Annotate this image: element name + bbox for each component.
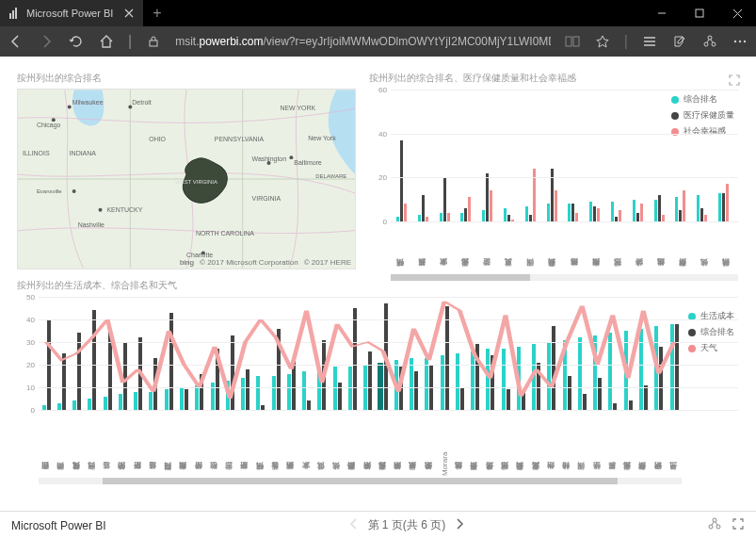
window-titlebar: Microsoft Power BI + [0, 0, 756, 26]
next-page-button[interactable] [455, 518, 464, 532]
x-axis-label: 爱达荷 [477, 221, 499, 272]
svg-text:OHIO: OHIO [149, 136, 166, 142]
prev-page-button[interactable] [349, 518, 359, 532]
x-axis-label: 内布拉斯加州 [176, 410, 191, 476]
map-visual[interactable]: 按州列出的综合排名 [17, 72, 356, 270]
bottom-bar-chart[interactable]: 按州列出的生活成本、综合排名和天气 生活成本综合排名天气 01020304050… [17, 279, 739, 485]
x-axis-label: 弗吉尼亚州 [620, 410, 635, 476]
svg-text:New York: New York [308, 135, 336, 141]
focus-mode-icon[interactable] [728, 74, 741, 273]
x-axis-label: 怀俄明州 [391, 221, 412, 272]
browser-toolbar: | msit.powerbi.com/view?r=eyJrIjoiMWMwOD… [0, 26, 756, 57]
close-window-button[interactable] [718, 0, 756, 26]
svg-text:KENTUCKY: KENTUCKY [106, 206, 142, 213]
close-tab-icon[interactable] [124, 8, 134, 18]
fullscreen-icon[interactable] [732, 517, 745, 533]
svg-point-12 [744, 41, 746, 42]
tab-title: Microsoft Power BI [26, 8, 113, 19]
svg-text:INDIANA: INDIANA [70, 150, 97, 156]
x-axis-label: 科罗拉多 [605, 410, 620, 476]
svg-point-11 [739, 41, 741, 42]
x-axis-label: 马里兰州 [667, 410, 682, 476]
x-axis-label: 田纳西州 [54, 410, 69, 476]
map-area[interactable]: Milwaukee Chicago Detroit NEW YORK ILLIN… [17, 89, 356, 270]
x-axis-label: 俄克拉荷马州 [70, 410, 85, 476]
svg-text:NEW YORK: NEW YORK [280, 105, 315, 111]
share-report-icon[interactable] [707, 516, 722, 534]
top-bar-chart[interactable]: 按州列出的综合排名、医疗保健质量和社会幸福感 综合排名医疗保健质量社会幸福感 0… [369, 72, 739, 270]
x-axis-label: 犹他州 [330, 410, 345, 476]
x-axis-label: 佛蒙特 [630, 221, 651, 272]
new-tab-button[interactable]: + [143, 5, 170, 22]
home-button[interactable] [98, 33, 115, 50]
svg-point-43 [716, 525, 720, 529]
svg-point-20 [72, 189, 76, 193]
x-axis-label: 北卡罗来纳州 [422, 410, 437, 476]
x-axis-label: 科罗拉多州 [412, 221, 434, 272]
x-axis-label: 亚利桑那州 [542, 221, 564, 272]
x-axis-label: Morara [437, 410, 452, 476]
lock-icon [145, 33, 162, 50]
svg-point-19 [99, 208, 103, 212]
top-chart-title: 按州列出的综合排名、医疗保健质量和社会幸福感 [369, 72, 739, 85]
x-axis-label: 路易斯安那州 [345, 410, 360, 476]
svg-text:NORTH CAROLINA: NORTH CAROLINA [196, 230, 254, 237]
svg-rect-6 [573, 37, 579, 46]
map-title: 按州列出的综合排名 [17, 72, 356, 85]
x-axis-label: 夏威夷 [499, 221, 521, 272]
favorite-button[interactable] [594, 33, 611, 50]
x-axis-label: 华盛顿 [590, 410, 605, 476]
svg-text:ILLINOIS: ILLINOIS [23, 150, 50, 156]
svg-point-17 [289, 155, 293, 159]
report-footer: Microsoft Power BI 第 1 页(共 6 页) [0, 511, 756, 539]
x-axis-label: 缅因州 [521, 221, 542, 272]
back-button[interactable] [8, 33, 24, 50]
more-button[interactable] [732, 33, 748, 50]
browser-tab[interactable]: Microsoft Power BI [0, 0, 143, 26]
svg-point-14 [68, 105, 72, 108]
svg-point-42 [709, 525, 713, 529]
svg-text:Nashville: Nashville [78, 221, 105, 228]
footer-brand: Microsoft Power BI [11, 519, 106, 532]
svg-text:Chicago: Chicago [37, 122, 61, 129]
bottom-chart-scrollbar[interactable] [39, 478, 682, 484]
x-axis-label: 北达科他州 [651, 221, 673, 272]
svg-text:PENNSYLVANIA: PENNSYLVANIA [215, 136, 265, 142]
svg-text:Washington: Washington [252, 155, 287, 163]
x-axis-label: 肯塔基州 [146, 410, 161, 476]
svg-rect-2 [15, 8, 17, 19]
svg-rect-0 [9, 13, 11, 19]
maximize-button[interactable] [681, 0, 718, 26]
svg-text:Baltimore: Baltimore [294, 159, 322, 166]
x-axis-label: 堪萨斯州 [131, 410, 146, 476]
notes-icon[interactable] [671, 33, 688, 50]
x-axis-label: 西弗吉尼亚州 [376, 410, 391, 476]
x-axis-label: 爱荷华州 [192, 410, 207, 476]
x-axis-label: 俄亥俄 [314, 410, 330, 476]
bottom-chart-title: 按州列出的生活成本、综合排名和天气 [17, 279, 739, 292]
x-axis-label: 怀俄明州 [253, 410, 268, 476]
refresh-button[interactable] [68, 33, 85, 50]
minimize-button[interactable] [643, 0, 681, 26]
x-axis-label: 蒙大拿州 [434, 221, 456, 272]
forward-button[interactable] [38, 33, 55, 50]
x-axis-label: 伊利诺伊州 [651, 410, 667, 476]
x-axis-label: 南卡罗来纳州 [391, 410, 406, 476]
svg-text:Evansville: Evansville [37, 188, 62, 194]
x-axis-label: 明尼苏达州 [498, 410, 513, 476]
reading-list-icon[interactable] [641, 33, 658, 50]
x-axis-label: 密歇根 [207, 410, 222, 476]
svg-text:DELAWARE: DELAWARE [315, 173, 346, 179]
share-icon[interactable] [701, 33, 718, 50]
svg-text:Charlotte: Charlotte [186, 252, 213, 258]
x-axis-label: 北达科他州 [452, 410, 467, 476]
reading-view-icon[interactable] [564, 33, 581, 50]
x-axis-label: 佛罗里达州 [483, 410, 498, 476]
svg-text:Detroit: Detroit [132, 99, 152, 106]
address-bar[interactable]: msit.powerbi.com/view?r=eyJrIjoiMWMwODlm… [175, 35, 551, 48]
x-axis-label: 明尼苏达 [608, 221, 630, 272]
x-axis-label: 新罕布什尔州 [673, 221, 695, 272]
x-axis-label: 印第安纳州 [115, 410, 130, 476]
x-axis-label: 德克萨斯州 [283, 410, 298, 476]
map-attribution: bing © 2017 Microsoft Corporation © 2017… [180, 258, 351, 267]
